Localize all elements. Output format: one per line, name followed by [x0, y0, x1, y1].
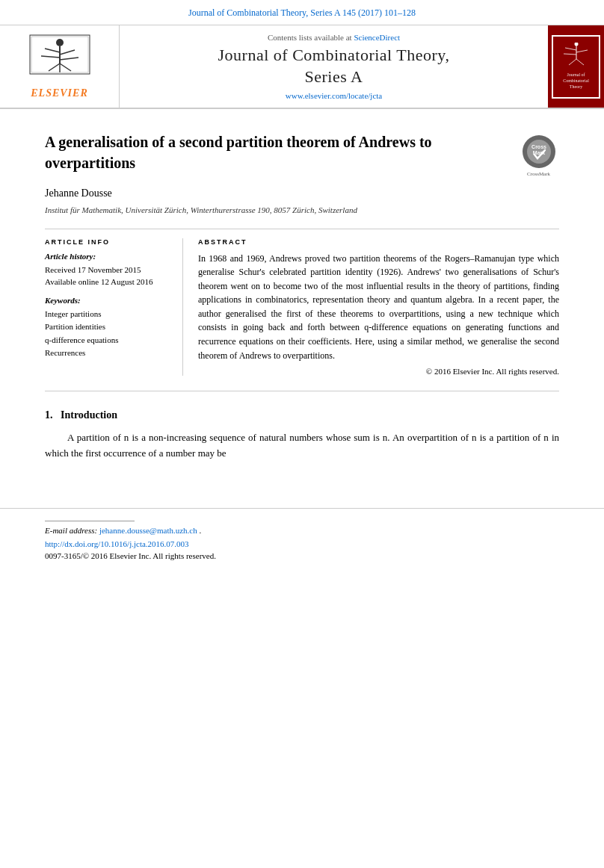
- svg-line-6: [60, 58, 78, 60]
- available-date: Available online 12 August 2016: [45, 276, 172, 288]
- elsevier-logo-area: ELSEVIER: [0, 25, 120, 108]
- crossmark-logo[interactable]: Cross Mark CrossMark: [518, 134, 559, 176]
- svg-line-12: [565, 48, 576, 50]
- svg-line-5: [41, 56, 60, 58]
- crossmark-icon: Cross Mark: [521, 134, 557, 170]
- email-text: jehanne.dousse@math.uzh.ch: [99, 526, 197, 535]
- abstract-text: In 1968 and 1969, Andrews proved two par…: [198, 252, 559, 363]
- article-history-label: Article history:: [45, 252, 172, 261]
- two-column-area: ARTICLE INFO Article history: Received 1…: [45, 238, 559, 376]
- journal-url-text: www.elsevier.com/locate/jcta: [286, 91, 382, 100]
- cover-label: Journal of Combinatorial Theory: [556, 72, 596, 90]
- received-date: Received 17 November 2015: [45, 264, 172, 276]
- affiliation: Institut für Mathematik, Universität Zür…: [45, 204, 559, 217]
- cover-inner: Journal of Combinatorial Theory: [552, 35, 600, 99]
- svg-point-17: [574, 43, 578, 46]
- keywords-label: Keywords:: [45, 296, 172, 305]
- crossmark-label: CrossMark: [527, 171, 550, 177]
- sciencedirect-link[interactable]: ScienceDirect: [354, 33, 400, 42]
- journal-header: ELSEVIER Contents lists available at Sci…: [0, 25, 604, 109]
- paper-title-row: A generalisation of a second partition t…: [45, 131, 559, 176]
- keyword-3: q-difference equations: [45, 334, 172, 347]
- introduction-title: 1. Introduction: [45, 409, 559, 421]
- journal-citation: Journal of Combinatorial Theory, Series …: [0, 0, 604, 25]
- main-content: A generalisation of a second partition t…: [0, 109, 604, 493]
- svg-line-4: [60, 50, 75, 55]
- article-info-column: ARTICLE INFO Article history: Received 1…: [45, 238, 183, 376]
- keyword-2: Partition identities: [45, 320, 172, 334]
- svg-point-1: [56, 39, 64, 46]
- section-number: 1.: [45, 409, 53, 421]
- doi-link[interactable]: http://dx.doi.org/10.1016/j.jcta.2016.07…: [45, 539, 559, 548]
- keyword-4: Recurrences: [45, 347, 172, 360]
- footer-copyright: 0097-3165/© 2016 Elsevier Inc. All right…: [45, 551, 559, 560]
- abstract-header: ABSTRACT: [198, 238, 559, 246]
- paper-title: A generalisation of a second partition t…: [45, 131, 449, 173]
- svg-line-16: [576, 59, 584, 65]
- svg-line-15: [569, 59, 576, 65]
- abstract-column: ABSTRACT In 1968 and 1969, Andrews prove…: [198, 238, 559, 376]
- email-footnote: E-mail address: jehanne.dousse@math.uzh.…: [45, 526, 559, 535]
- svg-line-8: [60, 63, 71, 71]
- elsevier-brand-text: ELSEVIER: [31, 87, 87, 99]
- divider-1: [45, 229, 559, 229]
- article-info-header: ARTICLE INFO: [45, 238, 172, 246]
- citation-text: Journal of Combinatorial Theory, Series …: [188, 7, 416, 18]
- svg-line-3: [45, 49, 60, 52]
- footnote-divider: [45, 521, 135, 521]
- contents-text: Contents lists available at: [268, 33, 352, 42]
- journal-title-line2: Series A: [305, 67, 363, 86]
- elsevier-tree-icon: [22, 34, 97, 84]
- abstract-copyright: © 2016 Elsevier Inc. All rights reserved…: [198, 367, 559, 376]
- footer-area: E-mail address: jehanne.dousse@math.uzh.…: [0, 508, 604, 568]
- journal-url: www.elsevier.com/locate/jcta: [286, 91, 382, 100]
- journal-title-area: Contents lists available at ScienceDirec…: [120, 25, 548, 108]
- email-label: E-mail address:: [45, 526, 97, 535]
- contents-line: Contents lists available at ScienceDirec…: [268, 33, 400, 42]
- journal-title-line1: Journal of Combinatorial Theory,: [218, 46, 450, 64]
- cover-text: Journal of Combinatorial Theory: [556, 43, 596, 90]
- section-title-text: Introduction: [61, 409, 117, 421]
- svg-line-13: [576, 50, 588, 52]
- email-link[interactable]: jehanne.dousse@math.uzh.ch: [99, 526, 200, 535]
- svg-line-7: [49, 63, 60, 71]
- svg-line-14: [564, 54, 576, 55]
- keyword-1: Integer partitions: [45, 308, 172, 321]
- introduction-paragraph: A partition of n is a non-increasing seq…: [45, 430, 559, 462]
- svg-text:Cross: Cross: [531, 144, 546, 149]
- divider-2: [45, 391, 559, 391]
- author-name: Jehanne Dousse: [45, 187, 559, 199]
- sciencedirect-text: ScienceDirect: [354, 33, 400, 42]
- journal-main-title: Journal of Combinatorial Theory, Series …: [218, 45, 450, 87]
- journal-cover-image: Journal of Combinatorial Theory: [548, 25, 604, 108]
- doi-text: http://dx.doi.org/10.1016/j.jcta.2016.07…: [45, 539, 189, 548]
- keywords-list: Integer partitions Partition identities …: [45, 308, 172, 360]
